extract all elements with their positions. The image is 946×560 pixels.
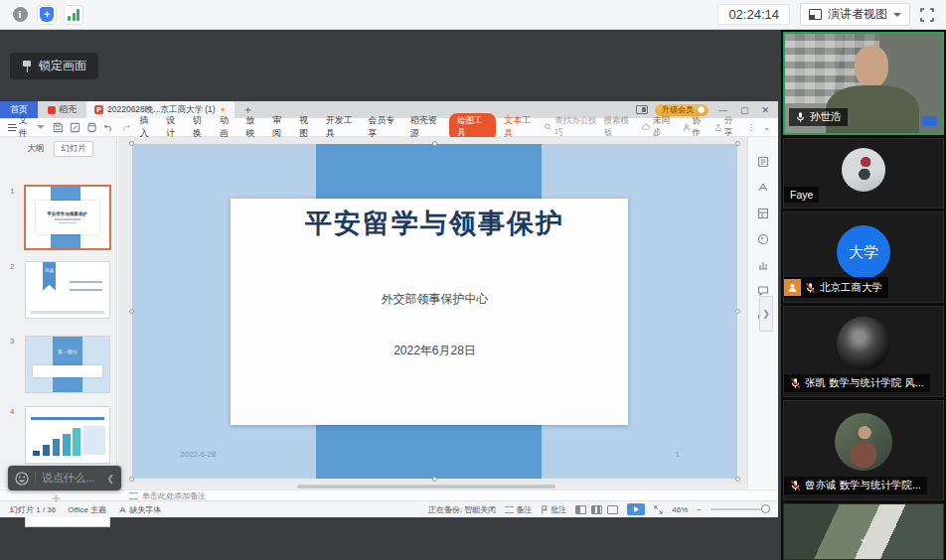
normal-view-icon[interactable] xyxy=(575,505,586,514)
docer-label: 稻壳 xyxy=(59,103,77,116)
notes-toggle-button[interactable]: 备注 xyxy=(505,504,532,515)
chat-input-placeholder[interactable]: 说点什么... xyxy=(42,471,94,486)
window-split-icon[interactable] xyxy=(636,105,648,114)
participant-tile-zhangkai[interactable]: 张凯 数学与统计学院 风... xyxy=(783,306,944,397)
participants-sidebar: 孙世浩 Faye 大学 北京工商大学 xyxy=(781,30,946,560)
participant-tile-btbu[interactable]: 大学 北京工商大学 xyxy=(783,211,944,303)
cloud-sync-button[interactable]: 未同步 xyxy=(642,115,675,139)
slide-thumbnail-panel: 大纲 幻灯片 1 平安留学与领事保护 2 目录 xyxy=(0,137,117,488)
fit-window-icon[interactable] xyxy=(654,505,663,514)
participant-name: 张凯 数学与统计学院 风... xyxy=(805,376,924,390)
redo-icon[interactable] xyxy=(120,122,131,133)
slide-thumbnail-2[interactable]: 2 目录 xyxy=(26,262,109,318)
maximize-button[interactable]: ▢ xyxy=(737,105,752,115)
slide-thumbnail-1[interactable]: 1 平安留学与领事保护 xyxy=(26,187,109,248)
scrollbar-thumb[interactable] xyxy=(297,485,555,489)
scroll-more-chevron-icon[interactable]: ⌄ xyxy=(859,530,869,545)
network-signal-icon[interactable] xyxy=(64,5,83,25)
meeting-timer: 02:24:14 xyxy=(717,4,790,25)
comments-toggle-button[interactable]: 批注 xyxy=(541,504,566,515)
emoji-icon[interactable] xyxy=(15,472,29,486)
zoom-slider-knob[interactable] xyxy=(761,504,770,513)
missing-fonts-warning[interactable]: 缺失字体 xyxy=(118,504,161,515)
ribbon-search[interactable]: 查找办公技巧 搜索模板 xyxy=(545,115,634,139)
participant-tile-partial[interactable]: ⌄ xyxy=(783,503,944,560)
zoom-slider[interactable] xyxy=(710,508,768,510)
slide-title: 平安留学与领事保护 xyxy=(132,206,737,241)
thumb2-ribbon: 目录 xyxy=(43,262,56,291)
avatar xyxy=(835,413,892,471)
chevron-right-icon: ❯ xyxy=(762,309,770,319)
chart-pane-icon[interactable] xyxy=(757,258,770,271)
tab-slides[interactable]: 幻灯片 xyxy=(54,141,93,157)
undo-icon[interactable] xyxy=(103,122,114,133)
notes-bar[interactable]: 单击此处添加备注 xyxy=(0,490,778,500)
export-icon[interactable] xyxy=(70,122,80,133)
save-icon[interactable] xyxy=(53,122,64,133)
slide-subtitle: 外交部领事保护中心 xyxy=(132,291,737,308)
wps-presentation-window: 首页 稻壳 P 20220628晚...京工商大学 (1) ★ ＋ 升级会员 xyxy=(0,101,778,517)
slide-footer-date: 2022-6-28 xyxy=(180,450,216,459)
sidebar-collapse-tab[interactable]: ❯ xyxy=(759,296,773,332)
star-icon[interactable]: ★ xyxy=(220,105,227,114)
cloud-icon xyxy=(642,123,651,131)
upgrade-vip-button[interactable]: 升级会员 xyxy=(655,104,709,116)
security-shield-icon[interactable]: ＋ xyxy=(37,5,57,25)
chat-input-bar[interactable]: 说点什么... ❮ xyxy=(8,466,121,490)
close-button[interactable]: ✕ xyxy=(758,105,772,115)
chevron-down-icon xyxy=(893,13,901,17)
participant-name: 北京工商大学 xyxy=(820,281,882,295)
properties-icon[interactable] xyxy=(757,155,770,168)
print-icon[interactable] xyxy=(86,122,97,133)
mic-muted-icon xyxy=(805,282,816,294)
sync-label: 未同步 xyxy=(653,115,675,139)
share-icon xyxy=(714,123,722,132)
sorter-view-icon[interactable] xyxy=(591,505,602,514)
zoom-out-button[interactable]: − xyxy=(697,505,702,514)
meeting-topbar: i ＋ 02:24:14 演讲者视图 xyxy=(0,0,946,30)
meeting-info-icon[interactable]: i xyxy=(10,5,30,25)
theme-name[interactable]: Office 主题 xyxy=(68,504,106,515)
share-button[interactable]: 分享 xyxy=(714,115,738,139)
wps-ribbon: 文件 插入 设计 切换 动画 放映 审阅 视图 xyxy=(0,118,778,137)
participant-tile-zengyicheng[interactable]: 曾亦诚 数学与统计学院... xyxy=(783,400,944,500)
fullscreen-icon[interactable] xyxy=(920,8,934,22)
slide-thumbnail-4[interactable]: 4 xyxy=(26,407,109,463)
thumb3-band-title: 第一部分 xyxy=(26,349,109,354)
chevron-left-icon[interactable]: ❮ xyxy=(106,474,114,484)
mic-muted-icon xyxy=(790,480,801,491)
chat-expand-plus[interactable]: + xyxy=(52,490,61,506)
collaborate-button[interactable]: 协作 xyxy=(683,115,707,139)
participant-tile-sun-shihao[interactable]: 孙世浩 xyxy=(783,32,944,135)
more-options-icon[interactable]: ⋮ xyxy=(746,122,755,132)
participant-tile-faye[interactable]: Faye xyxy=(783,138,944,209)
slide-canvas[interactable]: 平安留学与领事保护 外交部领事保护中心 2022年6月28日 2022-6-28… xyxy=(118,137,747,488)
slide-counter: 幻灯片 1 / 36 xyxy=(10,504,56,515)
slide-thumbnail-3[interactable]: 3 第一部分 xyxy=(26,337,109,392)
collapse-ribbon-icon[interactable]: ⌄ xyxy=(763,122,770,132)
tab-outline[interactable]: 大纲 xyxy=(23,141,48,157)
speaker-view-button[interactable]: 演讲者视图 xyxy=(800,3,910,26)
avatar xyxy=(842,148,885,192)
mic-muted-icon xyxy=(790,377,801,389)
current-slide[interactable]: 平安留学与领事保护 外交部领事保护中心 2022年6月28日 2022-6-28… xyxy=(132,144,737,479)
notes-placeholder: 单击此处添加备注 xyxy=(142,490,206,501)
backup-status[interactable]: 正在备份: 智能关闭 xyxy=(428,504,496,515)
reading-view-icon[interactable] xyxy=(607,505,618,514)
layout-pane-icon[interactable] xyxy=(757,207,770,219)
color-pane-icon[interactable] xyxy=(757,232,770,245)
flag-icon xyxy=(541,505,549,514)
slide-date: 2022年6月28日 xyxy=(132,343,737,359)
slideshow-play-button[interactable] xyxy=(627,503,645,515)
host-badge-icon xyxy=(784,279,801,296)
docer-icon xyxy=(48,106,56,114)
zoom-percent[interactable]: 46% xyxy=(672,505,688,514)
minimize-button[interactable]: — xyxy=(715,105,730,115)
lock-view-button[interactable]: 锁定画面 xyxy=(10,53,98,79)
animation-pane-icon[interactable] xyxy=(757,181,770,194)
thumb1-title: 平安留学与领事保护 xyxy=(48,211,88,216)
lock-view-label: 锁定画面 xyxy=(39,58,86,74)
pin-icon xyxy=(22,61,32,72)
notes-icon xyxy=(129,492,138,499)
search-placeholder-2: 搜索模板 xyxy=(603,115,634,139)
